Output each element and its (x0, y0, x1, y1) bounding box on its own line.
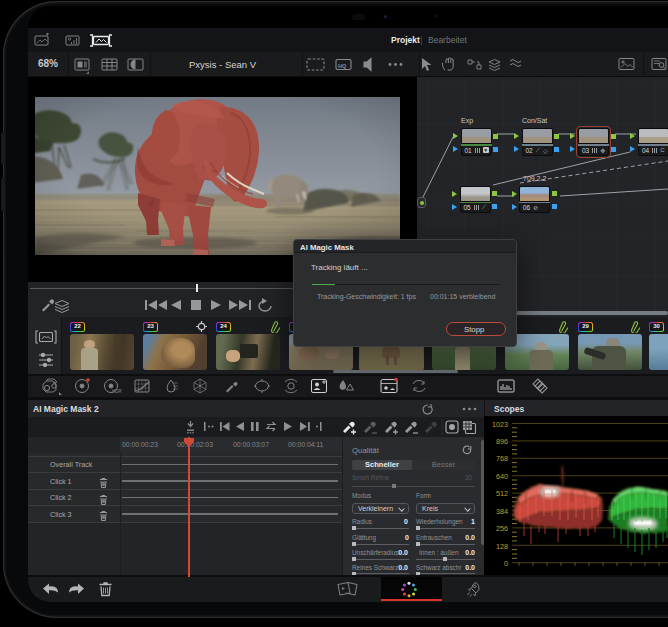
svg-text:HQ: HQ (338, 63, 347, 69)
svg-text:HDR: HDR (112, 389, 122, 394)
